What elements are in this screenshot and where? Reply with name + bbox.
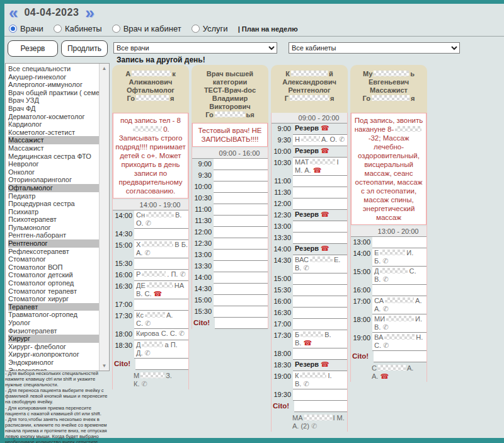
appointment-cell[interactable]: Кирова С. С.✆ xyxy=(134,329,188,340)
specialty-option[interactable]: Процедурная сестра xyxy=(8,200,100,208)
radio-icon[interactable] xyxy=(192,25,200,33)
red-phone-icon[interactable]: ☎ xyxy=(313,166,322,174)
empty-slot-cell[interactable] xyxy=(372,237,427,248)
specialty-option[interactable]: Хирург-колопроктолог xyxy=(8,350,100,359)
empty-slot-cell[interactable] xyxy=(214,204,268,216)
empty-slot-cell[interactable] xyxy=(214,306,268,318)
scrollbar[interactable]: ▲ ▼ xyxy=(99,64,109,371)
empty-slot-cell[interactable] xyxy=(293,233,347,244)
empty-slot-cell[interactable] xyxy=(293,296,347,308)
empty-slot-cell[interactable] xyxy=(134,229,188,240)
appointment-cell[interactable]: ВАН. С.✆ xyxy=(372,333,427,351)
empty-slot-cell[interactable] xyxy=(293,308,347,319)
radio-icon[interactable] xyxy=(9,25,17,33)
scroll-down-icon[interactable]: ▼ xyxy=(100,361,109,371)
scroll-up-icon[interactable]: ▲ xyxy=(100,64,109,73)
red-phone-icon[interactable]: ☎ xyxy=(303,339,312,347)
specialty-option[interactable]: Стоматолог ВОП xyxy=(8,263,100,272)
red-phone-icon[interactable]: ☎ xyxy=(321,147,329,154)
appointment-cell[interactable]: БВ. В.☎ xyxy=(293,330,347,348)
empty-slot-cell[interactable] xyxy=(372,285,427,296)
empty-slot-cell[interactable] xyxy=(294,401,347,412)
radio-option-0[interactable]: Врачи xyxy=(9,24,43,33)
specialty-option[interactable]: Рефлексотерапевт xyxy=(8,248,100,256)
specialty-option[interactable]: Оториноларинголог xyxy=(8,176,100,184)
specialty-option[interactable]: Хирург- флеболог xyxy=(8,343,100,351)
phone-icon[interactable]: ✆ xyxy=(303,264,309,272)
phone-icon[interactable]: ✆ xyxy=(382,305,388,313)
empty-slot-cell[interactable] xyxy=(214,193,268,204)
specialty-option[interactable]: Стоматолог ортопед xyxy=(8,279,100,287)
appointment-cell[interactable]: ДС. В.✆ xyxy=(372,267,427,285)
specialty-option[interactable]: Все специальности xyxy=(8,65,100,73)
empty-slot-cell[interactable] xyxy=(214,227,268,238)
empty-slot-cell[interactable] xyxy=(214,159,268,170)
red-phone-icon[interactable]: ☎ xyxy=(321,124,329,132)
empty-slot-cell[interactable] xyxy=(214,295,268,306)
phone-icon[interactable]: ✆ xyxy=(141,380,147,388)
specialty-option[interactable]: Онколог xyxy=(8,168,100,176)
specialty-option[interactable]: Психиатр xyxy=(8,208,100,216)
phone-icon[interactable]: ✆ xyxy=(382,257,388,265)
specialty-option[interactable]: Дерматолог-косметолог xyxy=(8,113,100,121)
radio-icon[interactable] xyxy=(112,25,120,33)
red-phone-icon[interactable]: ☎ xyxy=(321,210,329,218)
specialty-option[interactable]: Рентген-лаборант xyxy=(8,231,100,239)
extend-button[interactable]: Продлить xyxy=(61,40,108,57)
overflow-appointment[interactable]: МАI М. А. (2)✆ xyxy=(272,412,347,432)
specialty-option[interactable]: Стоматолог хирург xyxy=(8,295,100,303)
empty-slot-cell[interactable] xyxy=(293,187,347,198)
appointment-cell[interactable]: НА. О.✆ xyxy=(293,135,347,146)
empty-slot-cell[interactable] xyxy=(293,198,347,210)
empty-slot-cell[interactable] xyxy=(214,250,268,261)
phone-icon[interactable]: ✆ xyxy=(145,319,151,327)
appointment-cell[interactable]: ВАСЕ. В.✆ xyxy=(293,255,347,273)
phone-icon[interactable]: ✆ xyxy=(146,219,151,227)
appointment-cell[interactable]: Резерв☎ xyxy=(293,360,347,371)
reserve-button[interactable]: Резерв xyxy=(8,40,58,57)
specialty-option[interactable]: Хирург xyxy=(8,335,100,343)
specialty-option[interactable]: Врач общей практики ( семейный xyxy=(8,89,100,97)
specialty-option[interactable]: Врач УЗД xyxy=(8,96,100,105)
specialty-option[interactable]: Терапевт xyxy=(8,303,100,311)
red-phone-icon[interactable]: ☎ xyxy=(321,245,329,252)
specialty-option[interactable]: Пульмонолог xyxy=(8,224,100,232)
specialty-option[interactable]: Педиатр xyxy=(8,192,100,200)
red-phone-icon[interactable]: ☎ xyxy=(153,290,162,297)
empty-slot-cell[interactable] xyxy=(214,272,268,284)
specialty-option[interactable]: Аллерголог-иммунолог xyxy=(8,81,100,89)
empty-slot-cell[interactable] xyxy=(293,176,347,187)
empty-slot-cell[interactable] xyxy=(214,238,268,250)
specialty-option[interactable]: Стоматолог xyxy=(8,255,100,263)
specialty-option[interactable]: Уролог xyxy=(8,319,100,327)
appointment-cell[interactable]: КсА. С.✆ xyxy=(134,311,188,329)
empty-slot-cell[interactable] xyxy=(214,284,268,295)
phone-icon[interactable]: ✆ xyxy=(144,249,150,256)
specialty-option[interactable]: Физиотерапевт xyxy=(8,327,100,335)
appointment-cell[interactable]: Да П. Д.✆ xyxy=(134,340,188,359)
empty-slot-cell[interactable] xyxy=(214,216,268,227)
overflow-appointment[interactable]: СА. А.☎ xyxy=(351,362,427,382)
specialty-option[interactable]: Стоматолог терапевт xyxy=(8,287,100,296)
empty-slot-cell[interactable] xyxy=(293,273,347,285)
empty-slot-cell[interactable] xyxy=(374,351,427,362)
appointment-cell[interactable]: Резерв☎ xyxy=(293,124,347,135)
appointment-cell[interactable]: КI. В.✆ xyxy=(293,371,347,389)
phone-icon[interactable]: ✆ xyxy=(180,270,185,278)
appointment-cell[interactable]: ДЕНА В. С.☎ xyxy=(134,281,188,299)
red-phone-icon[interactable]: ☎ xyxy=(321,360,329,368)
doctors-select[interactable]: Все врачи xyxy=(113,42,277,54)
specialty-option[interactable]: Травматолог-ортопед xyxy=(8,311,100,319)
empty-slot-cell[interactable] xyxy=(214,261,268,272)
phone-icon[interactable]: ✆ xyxy=(303,380,309,388)
empty-slot-cell[interactable] xyxy=(215,318,268,329)
phone-icon[interactable]: ✆ xyxy=(311,422,317,430)
empty-slot-cell[interactable] xyxy=(293,348,347,360)
appointment-cell[interactable]: Р. П.✆ xyxy=(134,270,188,281)
cabinets-select[interactable]: Все кабинеты xyxy=(289,42,460,54)
phone-icon[interactable]: ✆ xyxy=(145,349,151,357)
empty-slot-cell[interactable] xyxy=(293,221,347,233)
specialty-option[interactable]: Медицинская сестра ФТО xyxy=(8,152,100,161)
previous-day-icon[interactable]: « xyxy=(9,6,18,19)
appointment-cell[interactable]: МИИ. В.✆ xyxy=(372,314,427,333)
